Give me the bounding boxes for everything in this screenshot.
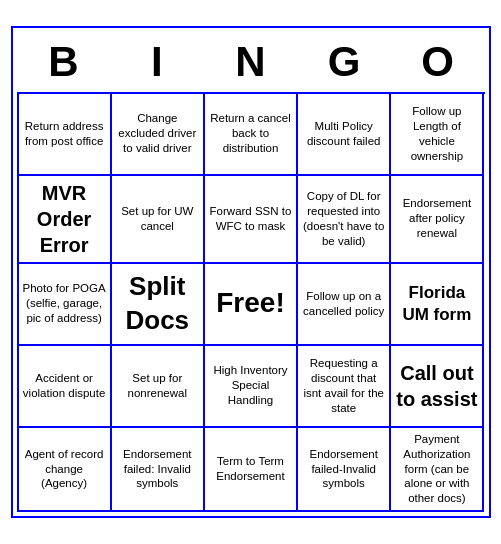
cell-12[interactable]: Free! [205,264,298,346]
cell-9[interactable]: Endorsement after policy renewal [391,176,484,264]
cell-24[interactable]: Payment Authorization form (can be alone… [391,428,484,513]
cell-17[interactable]: High Inventory Special Handling [205,346,298,428]
bingo-title: B I N G O [17,32,485,92]
letter-n: N [210,38,290,86]
cell-1[interactable]: Change excluded driver to valid driver [112,94,205,176]
bingo-grid: Return address from post office Change e… [17,92,485,513]
cell-15[interactable]: Accident or violation dispute [19,346,112,428]
cell-6[interactable]: Set up for UW cancel [112,176,205,264]
cell-10[interactable]: Photo for POGA (selfie, garage, pic of a… [19,264,112,346]
cell-16[interactable]: Set up for nonrenewal [112,346,205,428]
cell-19[interactable]: Call out to assist [391,346,484,428]
cell-4[interactable]: Follow up Length of vehicle ownership [391,94,484,176]
bingo-card: B I N G O Return address from post offic… [11,26,491,519]
cell-18[interactable]: Requesting a discount that isnt avail fo… [298,346,391,428]
cell-21[interactable]: Endorsement failed: Invalid symbols [112,428,205,513]
letter-i: I [117,38,197,86]
cell-23[interactable]: Endorsement failed-Invalid symbols [298,428,391,513]
cell-13[interactable]: Follow up on a cancelled policy [298,264,391,346]
cell-11[interactable]: Split Docs [112,264,205,346]
cell-7[interactable]: Forward SSN to WFC to mask [205,176,298,264]
letter-o: O [398,38,478,86]
cell-5[interactable]: MVR Order Error [19,176,112,264]
cell-0[interactable]: Return address from post office [19,94,112,176]
cell-20[interactable]: Agent of record change (Agency) [19,428,112,513]
letter-b: B [23,38,103,86]
cell-14[interactable]: Florida UM form [391,264,484,346]
cell-8[interactable]: Copy of DL for requested into (doesn't h… [298,176,391,264]
cell-22[interactable]: Term to Term Endorsement [205,428,298,513]
cell-2[interactable]: Return a cancel back to distribution [205,94,298,176]
letter-g: G [304,38,384,86]
cell-3[interactable]: Multi Policy discount failed [298,94,391,176]
